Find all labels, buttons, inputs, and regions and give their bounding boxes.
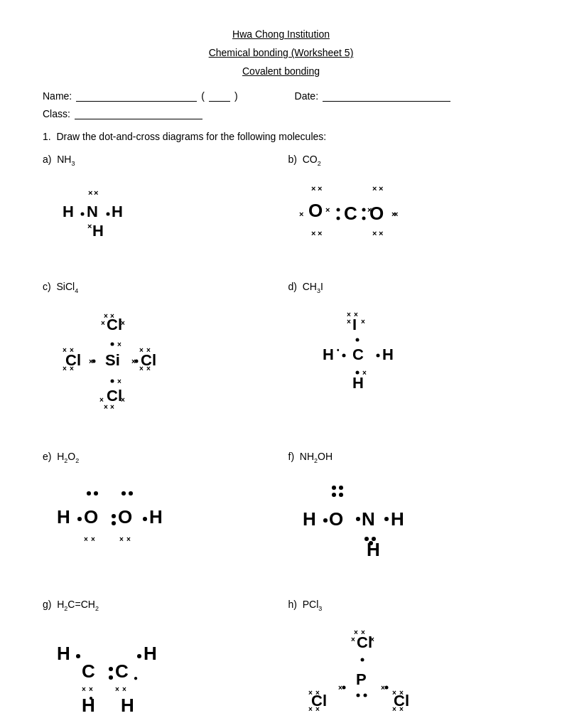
svg-text:×: × <box>299 210 303 218</box>
svg-point-71 <box>355 370 359 374</box>
diagram-pcl3: Cl ×× ×× P Cl ×× ×× × <box>288 616 520 728</box>
svg-text:×: × <box>361 318 365 326</box>
svg-point-20 <box>362 216 365 220</box>
svg-text:×: × <box>372 184 377 193</box>
svg-text:×: × <box>399 705 404 713</box>
svg-point-134 <box>342 686 345 690</box>
svg-point-111 <box>109 667 113 671</box>
name-label: Name: <box>43 90 72 102</box>
class-input[interactable] <box>75 107 202 119</box>
svg-text:×: × <box>110 312 114 320</box>
sub-label-e: e) H2O2 <box>43 451 274 464</box>
diagram-nh2oh: H O N <box>288 468 520 569</box>
svg-point-16 <box>336 208 340 211</box>
svg-text:×: × <box>139 346 144 354</box>
sub-label-f: f) NH2OH <box>288 451 520 464</box>
svg-text:H: H <box>323 346 334 363</box>
date-input[interactable] <box>323 90 450 102</box>
svg-text:×: × <box>318 184 322 193</box>
diagram-nh3: H N ×× H H × <box>43 171 274 251</box>
svg-text:O: O <box>308 200 323 221</box>
sub-label-b: b) CO2 <box>288 154 520 167</box>
svg-text:×: × <box>117 378 121 385</box>
sub-item-h: h) PCl3 Cl ×× ×× P Cl ×× <box>288 594 520 728</box>
svg-text:×: × <box>338 684 342 692</box>
svg-text:C: C <box>82 660 95 682</box>
svg-point-94 <box>332 486 336 490</box>
sub-item-c: c) SiCl4 Si Cl ×× ×× × Cl ×× ×× <box>43 277 274 425</box>
worksheet-title: Chemical bonding (Worksheet 5) <box>43 47 519 58</box>
svg-point-103 <box>369 541 373 545</box>
sub-label-a: a) NH3 <box>43 154 274 167</box>
institution-name: Hwa Chong Institution <box>43 28 519 40</box>
svg-text:H: H <box>63 203 74 220</box>
sub-item-g: g) H2C=CH2 H C ×× H ● <box>43 594 274 728</box>
paren-open: ( <box>201 90 205 102</box>
date-label: Date: <box>295 90 318 102</box>
svg-text:×: × <box>101 319 105 327</box>
topic-title: Covalent bonding <box>43 65 519 77</box>
sub-label-c: c) SiCl4 <box>43 281 274 294</box>
svg-text:×: × <box>115 685 119 693</box>
sub-label-g: g) H2C=CH2 <box>43 599 274 612</box>
svg-point-35 <box>111 342 114 346</box>
sub-label-d: d) CH3I <box>288 281 520 294</box>
svg-text:×: × <box>351 636 355 643</box>
svg-text:×: × <box>94 188 98 197</box>
sub-item-b: b) CO2 ×× ×× × × O C <box>288 149 520 255</box>
svg-text:H: H <box>149 506 163 528</box>
question-1-number: 1. Draw the dot-and-cross diagrams for t… <box>43 131 519 142</box>
svg-text:N: N <box>362 508 375 530</box>
sicl4-svg: Si Cl ×× ×× × Cl ×× ×× × Cl <box>50 303 178 417</box>
svg-text:•: • <box>337 346 340 354</box>
svg-text:×: × <box>315 689 320 697</box>
svg-text:O: O <box>329 508 343 530</box>
svg-point-76 <box>87 491 91 496</box>
svg-text:×: × <box>362 369 367 377</box>
svg-text:×: × <box>347 318 351 326</box>
svg-text:Cl: Cl <box>107 387 122 405</box>
svg-text:×: × <box>315 705 320 713</box>
svg-text:×: × <box>99 396 104 404</box>
worksheet-title-section: Chemical bonding (Worksheet 5) <box>43 47 519 58</box>
svg-text:N: N <box>87 203 98 220</box>
sub-item-e: e) H2O2 H O ×× <box>43 446 274 574</box>
svg-text:●: ● <box>89 694 93 702</box>
svg-point-77 <box>94 491 98 496</box>
pcl3-svg: Cl ×× ×× P Cl ×× ×× × <box>296 621 452 728</box>
svg-text:×: × <box>70 346 74 354</box>
svg-text:×: × <box>82 685 86 693</box>
svg-point-56 <box>111 379 114 382</box>
svg-text:×: × <box>354 311 358 318</box>
svg-text:H: H <box>112 203 123 220</box>
name-paren-input[interactable] <box>209 90 230 102</box>
diagram-h2o2: H O ×× O <box>43 468 274 562</box>
diagram-ch3i: I ×× ×× C H • H H <box>288 299 520 414</box>
sub-item-d: d) CH3I I ×× ×× C H • H <box>288 277 520 425</box>
svg-point-127 <box>356 694 360 697</box>
svg-point-100 <box>384 517 389 521</box>
svg-text:H: H <box>92 222 104 240</box>
h2o2-svg: H O ×× O <box>50 472 220 557</box>
svg-text:H: H <box>121 695 134 716</box>
svg-text:×: × <box>379 184 383 193</box>
sub-item-a: a) NH3 H N ×× H H <box>43 149 274 255</box>
svg-text:O: O <box>118 506 132 528</box>
svg-text:O: O <box>84 506 98 528</box>
svg-text:×: × <box>126 535 131 543</box>
svg-text:×: × <box>122 685 126 693</box>
svg-text:×: × <box>88 188 92 197</box>
svg-text:×: × <box>370 636 374 643</box>
co2-svg: ×× ×× × × O C ×× <box>296 176 480 247</box>
name-input[interactable] <box>76 90 197 102</box>
svg-text:×: × <box>119 535 124 543</box>
svg-text:●: ● <box>134 674 138 682</box>
svg-point-141 <box>384 686 388 690</box>
svg-text:H: H <box>57 506 70 528</box>
svg-text:×: × <box>87 222 92 230</box>
svg-point-66 <box>342 353 345 357</box>
svg-text:×: × <box>121 319 125 327</box>
svg-text:C: C <box>352 346 364 363</box>
svg-point-5 <box>107 212 110 215</box>
svg-text:P: P <box>356 670 367 688</box>
